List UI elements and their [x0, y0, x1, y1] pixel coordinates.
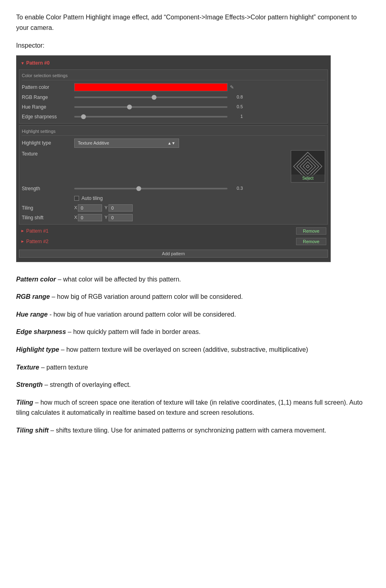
highlight-type-value: Texture Additive ▲▼ — [74, 139, 325, 148]
highlight-type-label: Highlight type — [22, 139, 74, 147]
texture-value: Select — [74, 150, 325, 183]
edge-sharpness-label: Edge sharpness — [22, 113, 74, 120]
color-selection-section: Color selection settings Pattern color ✎… — [19, 69, 328, 124]
highlight-type-row: Highlight type Texture Additive ▲▼ — [22, 137, 325, 149]
tiling-shift-label: Tiling shift — [22, 214, 74, 221]
strength-thumb[interactable] — [136, 186, 141, 191]
pattern2-remove-button[interactable]: Remove — [296, 238, 326, 245]
auto-tiling-row: Auto tiling — [22, 193, 325, 203]
auto-tiling-label: Auto tiling — [81, 195, 103, 202]
hue-range-label: Hue Range — [22, 103, 74, 111]
rgb-range-thumb[interactable] — [152, 95, 156, 100]
pattern1-remove-button[interactable]: Remove — [296, 227, 326, 235]
rgb-range-label: RGB Range — [22, 94, 74, 101]
strength-value: 0.3 — [74, 185, 325, 192]
pattern1-row: ► Pattern #1 Remove — [19, 226, 328, 236]
term-text: RGB range — [16, 293, 50, 300]
tiling-y-input: Y — [104, 204, 132, 212]
edge-sharpness-slider-track[interactable] — [74, 116, 227, 118]
hue-range-value: 0.5 — [74, 103, 325, 110]
highlight-title: Highlight settings — [22, 127, 325, 136]
tiling-x-input: X — [74, 204, 102, 212]
intro-text: To enable Color Pattern Highlight image … — [16, 12, 370, 33]
tiling-x-label: X — [74, 204, 77, 211]
rgb-range-row: RGB Range 0.8 — [22, 92, 325, 102]
pattern-color-value: ✎ — [74, 83, 325, 91]
hue-range-slider-container: 0.5 — [74, 103, 325, 110]
highlight-type-selected: Texture Additive — [78, 140, 109, 147]
pattern0-label: Pattern #0 — [26, 59, 50, 67]
description-block: Tiling shift – shifts texture tiling. Us… — [16, 425, 370, 436]
texture-row: Texture — [22, 149, 325, 184]
edge-sharpness-thumb[interactable] — [81, 114, 86, 119]
description-block: Highlight type – how pattern texture wil… — [16, 344, 370, 355]
description-block: Edge sharpness – how quickly pattern wil… — [16, 327, 370, 337]
tiling-shift-row: Tiling shift X Y — [22, 213, 325, 223]
highlight-type-dropdown[interactable]: Texture Additive ▲▼ — [74, 139, 179, 148]
hue-range-row: Hue Range 0.5 — [22, 102, 325, 112]
strength-label: Strength — [22, 185, 74, 192]
pattern2-arrow: ► — [21, 238, 25, 244]
color-selection-title: Color selection settings — [22, 71, 325, 80]
term-text: Hue range — [16, 311, 48, 318]
tiling-label: Tiling — [22, 204, 74, 212]
description-block: Strength – strength of overlaying effect… — [16, 380, 370, 390]
rgb-range-display: 0.8 — [231, 94, 243, 101]
rgb-range-slider-container: 0.8 — [74, 94, 325, 101]
edge-sharpness-display: 1 — [231, 113, 243, 120]
select-button-label[interactable]: Select — [291, 174, 325, 182]
add-pattern-row: Add pattern — [19, 248, 328, 259]
pattern2-label[interactable]: Pattern #2 — [26, 238, 48, 245]
description-block: RGB range – how big of RGB variation aro… — [16, 292, 370, 302]
highlight-section: Highlight settings Highlight type Textur… — [19, 125, 328, 225]
pattern0-header[interactable]: ▼ Pattern #0 — [19, 58, 328, 68]
hue-range-slider-track[interactable] — [74, 106, 227, 108]
inspector-panel: ▼ Pattern #0 Color selection settings Pa… — [16, 55, 331, 262]
hue-range-thumb[interactable] — [127, 105, 132, 109]
texture-preview[interactable]: Select — [291, 150, 325, 183]
pattern0-arrow: ▼ — [21, 60, 25, 66]
edge-sharpness-value: 1 — [74, 113, 325, 120]
strength-display: 0.3 — [231, 185, 243, 192]
dropdown-arrow-icon: ▲▼ — [167, 140, 175, 146]
description-block: Tiling – how much of screen space one it… — [16, 397, 370, 418]
pencil-icon[interactable]: ✎ — [230, 84, 234, 91]
strength-row: Strength 0.3 — [22, 184, 325, 193]
tiling-y-label: Y — [104, 204, 107, 211]
pattern1-arrow: ► — [21, 228, 25, 234]
pattern1-left: ► Pattern #1 — [21, 227, 48, 235]
tiling-shift-y-label: Y — [104, 214, 107, 221]
pattern-color-label: Pattern color — [22, 84, 74, 91]
hue-range-display: 0.5 — [231, 103, 243, 110]
texture-label: Texture — [22, 150, 74, 158]
inspector-label: Inspector: — [16, 41, 370, 50]
pattern-color-swatch[interactable] — [74, 83, 227, 91]
term-text: Texture — [16, 364, 39, 371]
term-text: Tiling — [16, 399, 33, 406]
pattern-color-row: Pattern color ✎ — [22, 82, 325, 92]
tiling-shift-y-input: Y — [104, 214, 132, 221]
strength-slider-track[interactable] — [74, 188, 227, 189]
description-block: Hue range - how big of hue variation aro… — [16, 309, 370, 320]
term-text: Pattern color — [16, 276, 56, 283]
pattern2-left: ► Pattern #2 — [21, 238, 48, 245]
tiling-row: Tiling X Y — [22, 203, 325, 213]
pattern1-label[interactable]: Pattern #1 — [26, 227, 48, 235]
auto-tiling-checkbox[interactable] — [74, 196, 79, 201]
description-block: Texture – pattern texture — [16, 362, 370, 373]
rgb-range-value: 0.8 — [74, 94, 325, 101]
tiling-y-field[interactable] — [108, 204, 133, 212]
edge-sharpness-slider-container: 1 — [74, 113, 325, 120]
term-text: Tiling shift — [16, 427, 49, 434]
tiling-x-field[interactable] — [78, 204, 102, 212]
tiling-shift-x-input: X — [74, 214, 102, 221]
term-text: Strength — [16, 381, 43, 388]
tiling-shift-y-field[interactable] — [108, 214, 133, 221]
strength-slider-container: 0.3 — [74, 185, 325, 192]
add-pattern-button[interactable]: Add pattern — [19, 250, 328, 258]
tiling-inputs: X Y — [74, 204, 133, 212]
rgb-range-slider-track[interactable] — [74, 97, 227, 98]
pattern2-row: ► Pattern #2 Remove — [19, 237, 328, 246]
tiling-shift-inputs: X Y — [74, 214, 133, 221]
tiling-shift-x-field[interactable] — [78, 214, 102, 221]
